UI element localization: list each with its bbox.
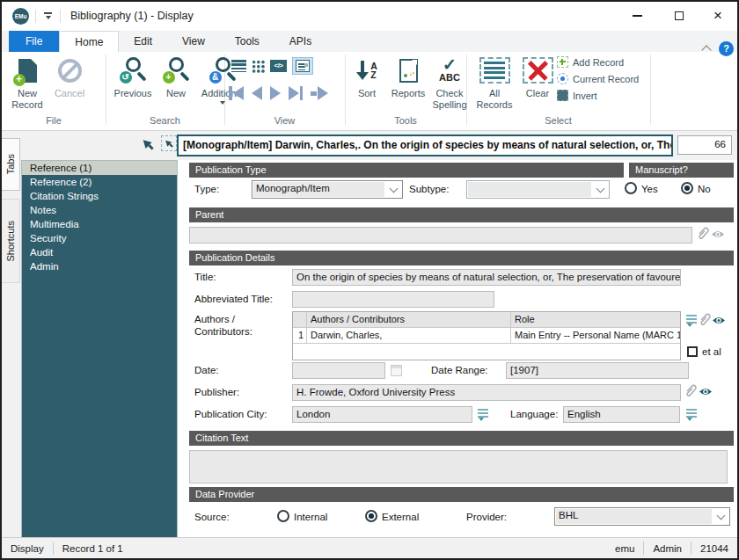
sidebar-item-audit[interactable]: Audit [22,245,177,259]
left-column [2,131,21,540]
date-field[interactable] [292,362,385,379]
publication-city-field[interactable]: London [292,406,472,423]
details-view-icon-selected[interactable] [292,57,313,75]
last-record-button[interactable] [289,86,304,100]
lookup-list-icon[interactable] [686,315,697,324]
subtype-dropdown[interactable] [466,180,610,199]
authors-table[interactable]: Authors / Contributors Role 1 Darwin, Ch… [292,311,681,360]
sidebar-tab-tabs[interactable]: Tabs [2,138,20,191]
author-cell: Darwin, Charles, [307,328,511,343]
select-cursor-icon[interactable] [143,138,152,151]
group-label-file: File [2,115,106,126]
all-records-button[interactable]: All Records [472,55,516,111]
abbreviated-title-label: Abbreviated Title: [194,294,273,304]
manuscript-no-radio[interactable] [681,182,693,194]
date-range-label: Date Range: [431,365,488,375]
authors-label: Authors / Contributors: [194,313,284,338]
reports-icon [399,59,418,83]
citation-text-area[interactable] [189,450,728,484]
role-column-header: Role [511,312,680,327]
invert-button[interactable]: Invert [557,90,639,101]
provider-dropdown[interactable]: BHL [554,507,730,526]
calendar-icon[interactable] [391,365,402,376]
new-record-icon: + [18,59,37,83]
current-record-icon [557,73,568,84]
tab-home[interactable]: Home [59,31,119,52]
sidebar-item-multimedia[interactable]: Multimedia [22,217,177,231]
attach-icon[interactable] [684,383,697,399]
marquee-select-icon[interactable] [161,135,177,151]
sidebar-item-reference-1[interactable]: Reference (1) [22,161,177,175]
tab-apis[interactable]: APIs [274,31,326,52]
view-record-eye-icon[interactable] [712,316,726,325]
abbreviated-title-field[interactable] [292,291,494,308]
reports-button[interactable]: Reports [387,55,429,99]
publisher-field[interactable]: H. Frowde, Oxford University Press [292,384,681,401]
language-field[interactable]: English [563,406,680,423]
search-new-button[interactable]: + New [158,55,194,99]
sidebar-item-admin[interactable]: Admin [22,259,177,273]
sidebar-item-reference-2[interactable]: Reference (2) [22,175,177,189]
manuscript-yes-radio[interactable] [625,182,637,194]
sidebar-tab-shortcuts[interactable]: Shortcuts [2,199,20,283]
first-record-button[interactable] [229,86,244,100]
view-record-eye-icon[interactable] [699,387,713,396]
search-previous-button[interactable]: ↺ Previous [109,55,157,99]
source-internal-radio[interactable] [277,510,289,522]
quick-access-dropdown-icon[interactable] [44,12,52,19]
role-cell: Main Entry -- Personal Name (MARC 100) [511,328,680,343]
current-record-button[interactable]: Current Record [557,73,639,84]
manuscript-yes-label: Yes [641,184,658,194]
list-view-icon[interactable] [231,60,246,72]
type-dropdown[interactable]: Monograph/Item [252,180,403,199]
minimize-button[interactable] [618,2,656,30]
cancel-button[interactable]: Cancel [51,55,88,99]
sidebar-item-citation-strings[interactable]: Citation Strings [22,189,177,203]
sidebar-item-notes[interactable]: Notes [22,203,177,217]
source-external-radio[interactable] [365,510,377,522]
app-window: EMu Bibliography (1) - Display × File Ho… [0,0,739,560]
tab-tools[interactable]: Tools [220,31,274,52]
chevron-down-icon [384,181,402,198]
source-label: Source: [194,512,230,522]
section-header-publication-type: Publication Type [189,163,624,178]
tab-file[interactable]: File [9,31,59,52]
chevron-down-icon [220,101,225,105]
goto-record-button[interactable] [311,86,328,100]
date-range-field[interactable]: [1907] [506,362,689,379]
tab-view[interactable]: View [167,31,220,52]
table-row[interactable]: 1 Darwin, Charles, Main Entry -- Persona… [293,328,680,344]
parent-field[interactable] [189,227,692,244]
add-record-button[interactable]: Add Record [557,56,639,68]
group-separator [345,55,346,125]
previous-record-button[interactable] [252,86,262,100]
new-record-button[interactable]: + New Record [5,55,49,111]
code-view-icon[interactable]: </> [270,60,287,72]
et-al-label: et al [702,346,721,357]
lookup-list-icon[interactable] [686,409,697,418]
grid-view-icon[interactable] [252,60,265,73]
section-header-citation-text: Citation Text [189,431,734,446]
view-record-eye-icon[interactable] [711,229,725,239]
et-al-checkbox[interactable] [687,346,698,357]
lookup-list-icon[interactable] [478,409,488,418]
check-spelling-button[interactable]: ✓ABC Check Spelling [430,55,469,111]
attach-icon[interactable] [696,226,709,242]
clear-button[interactable]: Clear [520,55,555,99]
sidebar-item-security[interactable]: Security [22,231,177,245]
tab-edit[interactable]: Edit [119,31,167,52]
maximize-icon [675,11,684,20]
type-label: Type: [194,184,219,194]
emu-logo-icon: EMu [12,8,29,25]
help-button[interactable]: ? [719,41,734,56]
source-external-label: External [382,512,419,522]
title-field[interactable]: On the origin of species by means of nat… [292,269,681,286]
status-user: emu [606,543,643,554]
attach-icon[interactable] [698,312,711,328]
close-button[interactable]: × [699,2,737,30]
maximize-button[interactable] [660,2,699,30]
sort-button[interactable]: AZ Sort [348,55,385,99]
next-record-button[interactable] [270,86,281,100]
authors-table-header: Authors / Contributors Role [293,312,680,328]
reports-label: Reports [391,88,426,99]
